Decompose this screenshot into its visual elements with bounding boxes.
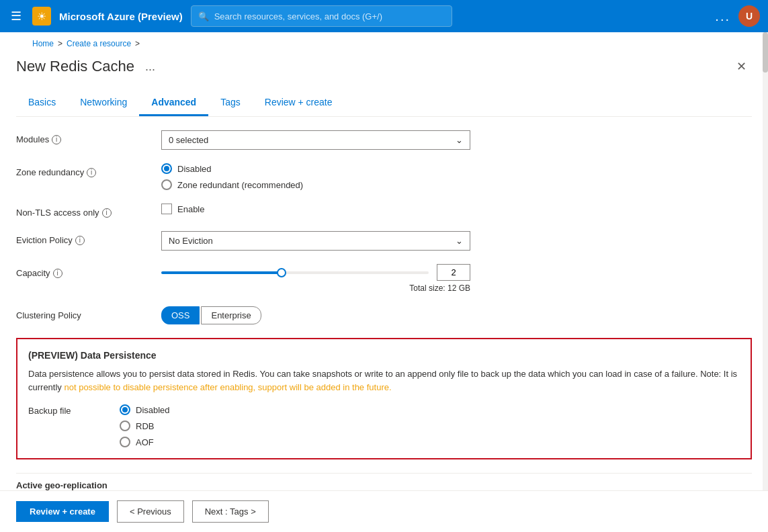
capacity-value[interactable]: 2 [437,264,470,281]
backup-file-row: Backup file Disabled RDB AOF [28,404,740,447]
zone-redundancy-row: Zone redundancy i Disabled Zone redundan… [16,163,752,190]
app-title: Microsoft Azure (Preview) [59,11,183,22]
non-tls-row: Non-TLS access only i Enable [16,204,752,218]
modules-dropdown[interactable]: 0 selected ⌄ [161,130,470,150]
zone-redundancy-redundant-label: Zone redundant (recommended) [177,180,303,190]
previous-button[interactable]: < Previous [117,500,184,523]
non-tls-info-icon[interactable]: i [102,208,112,218]
backup-rdb-label: RDB [136,421,154,431]
breadcrumb-sep2: > [135,39,140,48]
capacity-slider-container: 2 [161,264,470,281]
eviction-policy-control: No Eviction ⌄ [161,231,470,251]
page-title: New Redis Cache [16,58,134,75]
backup-rdb-radio[interactable] [120,420,130,431]
more-options-icon[interactable]: ... [715,9,730,24]
modules-value: 0 selected [169,135,208,145]
geo-replication-label: Active geo-replication [16,480,108,490]
backup-file-label: Backup file [28,404,109,447]
non-tls-label: Non-TLS access only i [16,204,151,218]
backup-aof-option[interactable]: AOF [120,437,170,447]
zone-redundancy-disabled-radio[interactable] [161,163,172,174]
backup-disabled-radio[interactable] [120,404,130,415]
zone-redundancy-redundant-option[interactable]: Zone redundant (recommended) [161,179,470,190]
tab-tags[interactable]: Tags [208,90,253,116]
clustering-policy-toggle: OSS Enterprise [161,306,470,324]
zone-redundancy-disabled-label: Disabled [177,164,212,174]
tab-review-create[interactable]: Review + create [253,90,345,116]
search-icon: 🔍 [198,11,209,21]
clustering-policy-label: Clustering Policy [16,306,151,320]
azure-logo-icon: ☀ [32,7,51,26]
non-tls-control: Enable [161,204,470,214]
zone-redundancy-label: Zone redundancy i [16,163,151,177]
tab-networking[interactable]: Networking [68,90,139,116]
eviction-policy-info-icon[interactable]: i [75,236,85,245]
eviction-policy-dropdown[interactable]: No Eviction ⌄ [161,231,470,251]
review-create-button[interactable]: Review + create [16,501,109,522]
eviction-policy-row: Eviction Policy i No Eviction ⌄ [16,231,752,251]
non-tls-checkbox[interactable] [161,204,172,214]
topbar: ☰ ☀ Microsoft Azure (Preview) 🔍 Search r… [0,0,768,32]
modules-label: Modules i [16,130,151,144]
modules-dropdown-chevron: ⌄ [456,135,463,145]
action-bar: Review + create < Previous Next : Tags > [0,490,768,532]
tabs-container: Basics Networking Advanced Tags Review +… [16,90,752,117]
zone-redundancy-radio-group: Disabled Zone redundant (recommended) [161,163,470,190]
capacity-total-size: Total size: 12 GB [161,283,470,293]
eviction-policy-value: No Eviction [169,236,213,246]
backup-rdb-option[interactable]: RDB [120,420,170,431]
capacity-slider-track[interactable] [161,271,429,274]
backup-file-radio-group: Disabled RDB AOF [120,404,170,447]
persistence-desc-highlight: not possible to disable persistence afte… [64,382,391,392]
backup-disabled-option[interactable]: Disabled [120,404,170,415]
persistence-description: Data persistence allows you to persist d… [28,367,740,394]
search-placeholder: Search resources, services, and docs (G+… [214,11,382,21]
capacity-label: Capacity i [16,264,151,278]
scrollbar-track[interactable] [763,32,768,532]
zone-redundancy-disabled-option[interactable]: Disabled [161,163,470,174]
eviction-policy-label: Eviction Policy i [16,231,151,245]
capacity-row: Capacity i 2 Total size: 12 GB [16,264,752,293]
capacity-info-icon[interactable]: i [53,269,62,278]
tab-basics[interactable]: Basics [16,90,68,116]
breadcrumb-sep1: > [58,39,62,48]
backup-disabled-label: Disabled [136,405,170,415]
modules-row: Modules i 0 selected ⌄ [16,130,752,150]
tab-advanced[interactable]: Advanced [139,90,208,116]
panel-options-icon[interactable]: ... [145,60,155,74]
clustering-policy-row: Clustering Policy OSS Enterprise [16,306,752,324]
clustering-policy-control: OSS Enterprise [161,306,470,324]
eviction-policy-chevron: ⌄ [456,236,463,246]
scrollbar-thumb[interactable] [763,32,768,73]
capacity-control: 2 Total size: 12 GB [161,264,470,293]
non-tls-checkbox-item[interactable]: Enable [161,204,470,214]
non-tls-checkbox-label: Enable [177,204,204,214]
capacity-slider-thumb[interactable] [277,268,286,277]
clustering-enterprise-button[interactable]: Enterprise [201,306,261,324]
zone-redundancy-control: Disabled Zone redundant (recommended) [161,163,470,190]
hamburger-icon[interactable]: ☰ [8,6,24,26]
persistence-title: (PREVIEW) Data Persistence [28,350,740,361]
modules-control: 0 selected ⌄ [161,130,470,150]
backup-aof-radio[interactable] [120,437,130,447]
zone-redundancy-redundant-radio[interactable] [161,179,172,190]
modules-info-icon[interactable]: i [52,135,61,144]
main-panel: Home > Create a resource > New Redis Cac… [0,32,768,532]
close-button[interactable]: ✕ [731,56,752,77]
panel-header: New Redis Cache ... ✕ [16,51,752,77]
breadcrumb-create-resource[interactable]: Create a resource [67,39,131,48]
avatar[interactable]: U [738,5,760,27]
breadcrumb-home[interactable]: Home [32,39,54,48]
clustering-oss-button[interactable]: OSS [161,306,200,324]
next-button[interactable]: Next : Tags > [192,500,269,523]
search-bar[interactable]: 🔍 Search resources, services, and docs (… [191,5,452,27]
data-persistence-box: (PREVIEW) Data Persistence Data persiste… [16,338,752,459]
backup-aof-label: AOF [136,437,154,447]
breadcrumb: Home > Create a resource > [16,32,752,51]
zone-redundancy-info-icon[interactable]: i [87,168,96,177]
capacity-slider-fill [161,271,282,274]
form-area: Modules i 0 selected ⌄ Zone redundancy i [16,117,752,511]
